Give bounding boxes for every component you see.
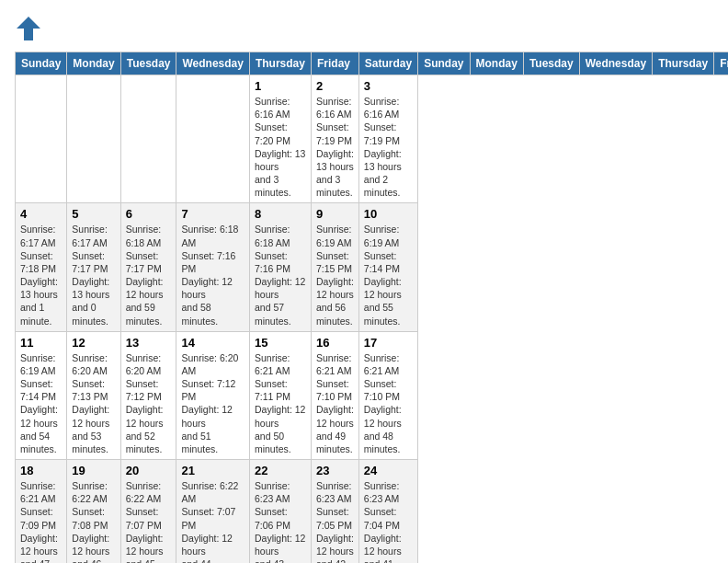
- cell-content: Sunrise: 6:23 AM Sunset: 7:06 PM Dayligh…: [255, 479, 306, 563]
- cell-content: Sunrise: 6:18 AM Sunset: 7:17 PM Dayligh…: [126, 223, 172, 327]
- calendar-table: SundayMondayTuesdayWednesdayThursdayFrid…: [15, 52, 728, 563]
- cell-content: Sunrise: 6:16 AM Sunset: 7:20 PM Dayligh…: [255, 95, 306, 199]
- cell-content: Sunrise: 6:19 AM Sunset: 7:14 PM Dayligh…: [364, 223, 413, 327]
- svg-marker-0: [17, 17, 40, 40]
- cell-content: Sunrise: 6:23 AM Sunset: 7:05 PM Dayligh…: [316, 479, 354, 563]
- col-header-tuesday: Tuesday: [523, 52, 579, 75]
- day-number: 6: [126, 207, 172, 221]
- cell-content: Sunrise: 6:17 AM Sunset: 7:18 PM Dayligh…: [20, 223, 62, 327]
- cell-content: Sunrise: 6:21 AM Sunset: 7:10 PM Dayligh…: [364, 351, 413, 455]
- day-number: 23: [316, 464, 354, 477]
- col-header-monday: Monday: [470, 52, 523, 75]
- cell-content: Sunrise: 6:21 AM Sunset: 7:10 PM Dayligh…: [316, 351, 354, 455]
- day-number: 24: [364, 464, 413, 477]
- calendar-cell: 5Sunrise: 6:17 AM Sunset: 7:17 PM Daylig…: [67, 203, 120, 331]
- cell-content: Sunrise: 6:20 AM Sunset: 7:13 PM Dayligh…: [72, 351, 115, 455]
- col-header-thursday: Thursday: [653, 52, 714, 75]
- day-number: 4: [20, 207, 62, 221]
- day-number: 22: [255, 464, 306, 477]
- cell-content: Sunrise: 6:21 AM Sunset: 7:11 PM Dayligh…: [255, 351, 306, 455]
- calendar-cell: 6Sunrise: 6:18 AM Sunset: 7:17 PM Daylig…: [120, 203, 176, 331]
- calendar-cell: 13Sunrise: 6:20 AM Sunset: 7:12 PM Dayli…: [120, 331, 176, 459]
- calendar-cell: 20Sunrise: 6:22 AM Sunset: 7:07 PM Dayli…: [120, 460, 176, 563]
- calendar-cell: 16Sunrise: 6:21 AM Sunset: 7:10 PM Dayli…: [311, 331, 358, 459]
- header-monday: Monday: [67, 52, 120, 75]
- day-number: 16: [316, 336, 354, 350]
- logo-icon: [15, 15, 42, 42]
- col-header-wednesday: Wednesday: [579, 52, 652, 75]
- header-thursday: Thursday: [249, 52, 311, 75]
- day-number: 8: [255, 207, 306, 221]
- cell-content: Sunrise: 6:22 AM Sunset: 7:07 PM Dayligh…: [126, 479, 172, 563]
- calendar-cell: 3Sunrise: 6:16 AM Sunset: 7:19 PM Daylig…: [358, 75, 417, 203]
- cell-content: Sunrise: 6:19 AM Sunset: 7:15 PM Dayligh…: [316, 223, 354, 327]
- day-number: 2: [316, 79, 354, 93]
- calendar-cell: 8Sunrise: 6:18 AM Sunset: 7:16 PM Daylig…: [249, 203, 311, 331]
- day-number: 17: [364, 336, 413, 350]
- week-row-1: 1Sunrise: 6:16 AM Sunset: 7:20 PM Daylig…: [16, 75, 729, 203]
- week-row-2: 4Sunrise: 6:17 AM Sunset: 7:18 PM Daylig…: [16, 203, 729, 331]
- header-row: SundayMondayTuesdayWednesdayThursdayFrid…: [16, 52, 729, 75]
- week-row-4: 18Sunrise: 6:21 AM Sunset: 7:09 PM Dayli…: [16, 460, 729, 563]
- day-number: 18: [20, 464, 62, 477]
- day-number: 9: [316, 207, 354, 221]
- calendar-cell: 23Sunrise: 6:23 AM Sunset: 7:05 PM Dayli…: [311, 460, 358, 563]
- calendar-cell: [176, 75, 249, 203]
- header-sunday: Sunday: [16, 52, 67, 75]
- calendar-cell: 2Sunrise: 6:16 AM Sunset: 7:19 PM Daylig…: [311, 75, 358, 203]
- week-row-3: 11Sunrise: 6:19 AM Sunset: 7:14 PM Dayli…: [16, 331, 729, 459]
- page-header: [15, 15, 713, 42]
- day-number: 3: [364, 79, 413, 93]
- cell-content: Sunrise: 6:17 AM Sunset: 7:17 PM Dayligh…: [72, 223, 115, 327]
- cell-content: Sunrise: 6:23 AM Sunset: 7:04 PM Dayligh…: [364, 479, 413, 563]
- calendar-cell: 1Sunrise: 6:16 AM Sunset: 7:20 PM Daylig…: [249, 75, 311, 203]
- calendar-cell: [16, 75, 67, 203]
- header-friday: Friday: [311, 52, 358, 75]
- cell-content: Sunrise: 6:22 AM Sunset: 7:08 PM Dayligh…: [72, 479, 115, 563]
- calendar-cell: 18Sunrise: 6:21 AM Sunset: 7:09 PM Dayli…: [16, 460, 67, 563]
- day-number: 5: [72, 207, 115, 221]
- cell-content: Sunrise: 6:16 AM Sunset: 7:19 PM Dayligh…: [364, 95, 413, 199]
- header-wednesday: Wednesday: [176, 52, 249, 75]
- day-number: 12: [72, 336, 115, 350]
- calendar-cell: 11Sunrise: 6:19 AM Sunset: 7:14 PM Dayli…: [16, 331, 67, 459]
- day-number: 11: [20, 336, 62, 350]
- day-number: 10: [364, 207, 413, 221]
- calendar-cell: 19Sunrise: 6:22 AM Sunset: 7:08 PM Dayli…: [67, 460, 120, 563]
- day-number: 7: [181, 207, 244, 221]
- day-number: 1: [255, 79, 306, 93]
- calendar-cell: [67, 75, 120, 203]
- calendar-cell: 17Sunrise: 6:21 AM Sunset: 7:10 PM Dayli…: [358, 331, 417, 459]
- logo: [15, 15, 46, 42]
- calendar-cell: 24Sunrise: 6:23 AM Sunset: 7:04 PM Dayli…: [358, 460, 417, 563]
- day-number: 13: [126, 336, 172, 350]
- calendar-cell: 9Sunrise: 6:19 AM Sunset: 7:15 PM Daylig…: [311, 203, 358, 331]
- day-number: 15: [255, 336, 306, 350]
- cell-content: Sunrise: 6:22 AM Sunset: 7:07 PM Dayligh…: [181, 479, 244, 563]
- cell-content: Sunrise: 6:21 AM Sunset: 7:09 PM Dayligh…: [20, 479, 62, 563]
- calendar-cell: 14Sunrise: 6:20 AM Sunset: 7:12 PM Dayli…: [176, 331, 249, 459]
- calendar-cell: 7Sunrise: 6:18 AM Sunset: 7:16 PM Daylig…: [176, 203, 249, 331]
- calendar-cell: [120, 75, 176, 203]
- cell-content: Sunrise: 6:20 AM Sunset: 7:12 PM Dayligh…: [181, 351, 244, 455]
- day-number: 19: [72, 464, 115, 477]
- calendar-cell: 22Sunrise: 6:23 AM Sunset: 7:06 PM Dayli…: [249, 460, 311, 563]
- calendar-cell: 10Sunrise: 6:19 AM Sunset: 7:14 PM Dayli…: [358, 203, 417, 331]
- day-number: 21: [181, 464, 244, 477]
- cell-content: Sunrise: 6:20 AM Sunset: 7:12 PM Dayligh…: [126, 351, 172, 455]
- col-header-friday: Friday: [714, 52, 728, 75]
- calendar-cell: 4Sunrise: 6:17 AM Sunset: 7:18 PM Daylig…: [16, 203, 67, 331]
- cell-content: Sunrise: 6:16 AM Sunset: 7:19 PM Dayligh…: [316, 95, 354, 199]
- header-tuesday: Tuesday: [120, 52, 176, 75]
- calendar-cell: 21Sunrise: 6:22 AM Sunset: 7:07 PM Dayli…: [176, 460, 249, 563]
- day-number: 14: [181, 336, 244, 350]
- cell-content: Sunrise: 6:18 AM Sunset: 7:16 PM Dayligh…: [181, 223, 244, 327]
- calendar-cell: 12Sunrise: 6:20 AM Sunset: 7:13 PM Dayli…: [67, 331, 120, 459]
- col-header-sunday: Sunday: [418, 52, 470, 75]
- cell-content: Sunrise: 6:18 AM Sunset: 7:16 PM Dayligh…: [255, 223, 306, 327]
- day-number: 20: [126, 464, 172, 477]
- cell-content: Sunrise: 6:19 AM Sunset: 7:14 PM Dayligh…: [20, 351, 62, 455]
- header-saturday: Saturday: [358, 52, 417, 75]
- calendar-cell: 15Sunrise: 6:21 AM Sunset: 7:11 PM Dayli…: [249, 331, 311, 459]
